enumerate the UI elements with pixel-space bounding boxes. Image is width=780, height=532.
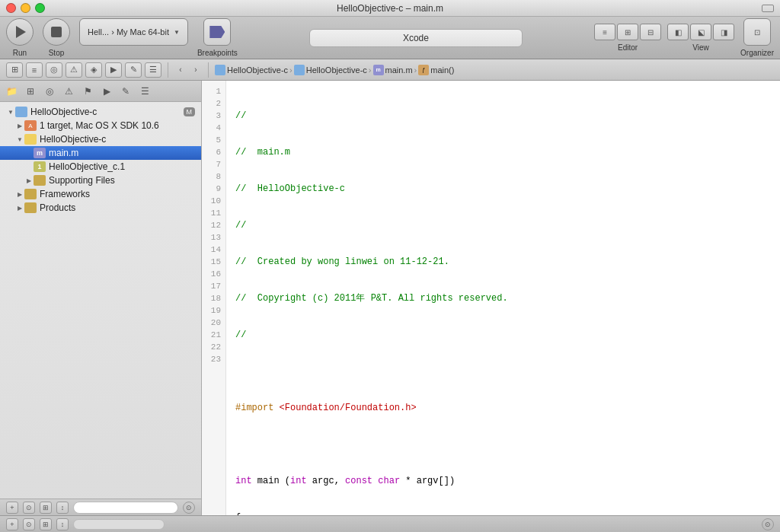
ln-11: 11 — [202, 207, 225, 219]
code-line-1: // — [235, 110, 771, 122]
left-flag-button[interactable]: ⚑ — [79, 84, 96, 99]
window-title: HelloObjective-c – main.m — [337, 3, 443, 14]
ln-8: 8 — [202, 170, 225, 183]
tree-item-supporting[interactable]: ▶ Supporting Files — [0, 174, 201, 187]
breadcrumb-project[interactable]: HelloObjective-c — [227, 65, 288, 75]
code-line-5: // Created by wong linwei on 11-12-21. — [235, 256, 771, 268]
scheme-group: Hell... › My Mac 64-bit ▼ Breakpoints — [79, 18, 188, 57]
code-content[interactable]: // // main.m // HelloObjective-c // // C… — [226, 81, 780, 515]
status-grid-button[interactable]: ⊞ — [40, 518, 52, 530]
window-controls — [6, 3, 45, 13]
nav-source-button[interactable]: ✎ — [125, 62, 142, 78]
breadcrumb-file[interactable]: main.m — [385, 65, 413, 75]
editor-version-button[interactable]: ⊟ — [640, 24, 661, 40]
view-right-button[interactable]: ◨ — [713, 24, 734, 40]
code-editor[interactable]: 1 2 3 4 5 6 7 8 9 10 11 12 13 14 15 16 1 — [202, 81, 780, 515]
left-grid-button[interactable]: ⊞ — [40, 502, 52, 514]
breakpoints-group: Breakpoints — [197, 18, 238, 57]
editor-assistant-button[interactable]: ⊞ — [617, 24, 638, 40]
editor-label: Editor — [618, 43, 638, 52]
ln-20: 20 — [202, 317, 225, 329]
left-recent-button[interactable]: ⊙ — [183, 502, 195, 514]
tree-item-mainh[interactable]: 1 HelloObjective_c.1 — [0, 160, 201, 174]
close-button[interactable] — [6, 3, 16, 13]
project-icon — [15, 107, 27, 117]
code-line-2: // main.m — [235, 146, 771, 158]
organizer-group: ⊡ Organizer — [740, 18, 774, 57]
nav-list-button[interactable]: ≡ — [26, 62, 43, 78]
code-line-11: int main (int argc, const char * argv[]) — [235, 475, 771, 487]
left-filter-input[interactable] — [73, 502, 178, 514]
left-log-button[interactable]: ☰ — [136, 84, 153, 99]
editor-standard-button[interactable]: ≡ — [594, 24, 615, 40]
nav-warn-button[interactable]: ⚠ — [66, 62, 82, 78]
view-bottom-button[interactable]: ⬕ — [690, 24, 711, 40]
left-sort-button[interactable]: ↕ — [56, 502, 69, 514]
code-line-8 — [235, 365, 771, 377]
view-left-button[interactable]: ◧ — [667, 24, 689, 40]
tree-item-mainm[interactable]: m main.m — [0, 146, 201, 160]
play-icon — [16, 26, 26, 38]
project-label: HelloObjective-c — [30, 107, 97, 117]
left-clock-button[interactable]: ⊙ — [23, 502, 35, 514]
breakpoints-button[interactable] — [203, 18, 231, 46]
minimize-button[interactable] — [21, 3, 30, 13]
breadcrumb-function[interactable]: main() — [430, 65, 454, 75]
left-warn-button[interactable]: ⚠ — [60, 84, 77, 99]
resize-button[interactable] — [762, 5, 774, 12]
left-add-button[interactable]: + — [6, 502, 18, 514]
left-search-button[interactable]: ◎ — [41, 84, 58, 99]
view-label: View — [692, 43, 709, 52]
nav-debug-button[interactable]: ▶ — [105, 62, 122, 78]
status-clock-button[interactable]: ⊙ — [23, 518, 35, 530]
mainm-label: main.m — [49, 148, 78, 158]
run-button[interactable] — [6, 18, 34, 46]
left-list-button[interactable]: ⊞ — [22, 84, 39, 99]
code-line-9: #import <Foundation/Foundation.h> — [235, 402, 771, 414]
status-bar: + ⊙ ⊞ ↕ ⊙ — [0, 515, 780, 532]
stop-group: Stop — [43, 18, 70, 57]
toolbar-right: ≡ ⊞ ⊟ Editor ◧ ⬕ ◨ View ⊡ Organizer — [594, 18, 774, 57]
ln-4: 4 — [202, 122, 225, 134]
left-folder-button[interactable]: 📁 — [3, 84, 20, 99]
status-circle-button[interactable]: ⊙ — [762, 518, 774, 530]
tree-item-target[interactable]: ▶ A 1 target, Mac OS X SDK 10.6 — [0, 119, 201, 132]
nav-back-button[interactable]: ‹ — [174, 62, 187, 78]
status-sort-button[interactable]: ↕ — [56, 518, 69, 530]
status-progress-bar — [73, 519, 165, 530]
left-play-button[interactable]: ▶ — [98, 84, 115, 99]
tree-arrow-products: ▶ — [15, 205, 24, 212]
tree-arrow-group: ▼ — [15, 136, 24, 143]
target-label: 1 target, Mac OS X SDK 10.6 — [40, 120, 159, 131]
stop-icon — [51, 27, 62, 37]
left-edit-button[interactable]: ✎ — [117, 84, 134, 99]
status-add-button[interactable]: + — [6, 518, 18, 530]
nav-forward-button[interactable]: › — [190, 62, 202, 78]
organizer-button[interactable]: ⊡ — [743, 18, 771, 46]
tree-item-frameworks[interactable]: ▶ Frameworks — [0, 187, 201, 201]
nav-separator — [168, 62, 168, 78]
tree-item-products[interactable]: ▶ Products — [0, 201, 201, 215]
nav-search-button[interactable]: ◈ — [85, 62, 102, 78]
main-toolbar: Run Stop Hell... › My Mac 64-bit ▼ Break… — [0, 17, 780, 59]
nav-log-button[interactable]: ☰ — [145, 62, 161, 78]
ln-6: 6 — [202, 146, 225, 158]
nav-history-button[interactable]: ◎ — [46, 62, 62, 78]
tree-arrow-target: ▶ — [15, 123, 24, 129]
run-label: Run — [13, 49, 27, 57]
breadcrumb-sep-2: › — [369, 65, 372, 75]
run-group: Run — [6, 18, 34, 57]
maximize-button[interactable] — [35, 3, 45, 13]
scheme-selector[interactable]: Hell... › My Mac 64-bit ▼ — [79, 18, 188, 46]
ln-15: 15 — [202, 256, 225, 268]
line-numbers: 1 2 3 4 5 6 7 8 9 10 11 12 13 14 15 16 1 — [202, 81, 226, 515]
tree-item-group[interactable]: ▼ HelloObjective-c — [0, 132, 201, 146]
ln-17: 17 — [202, 280, 225, 292]
tree-item-project[interactable]: ▼ HelloObjective-c M — [0, 105, 201, 119]
file-m-icon: m — [373, 65, 384, 75]
stop-button[interactable] — [43, 18, 70, 46]
breadcrumb-group[interactable]: HelloObjective-c — [306, 65, 367, 75]
breadcrumb: HelloObjective-c › HelloObjective-c › m … — [215, 65, 774, 75]
nav-separator-2 — [208, 62, 209, 78]
nav-folder-button[interactable]: ⊞ — [6, 62, 23, 78]
